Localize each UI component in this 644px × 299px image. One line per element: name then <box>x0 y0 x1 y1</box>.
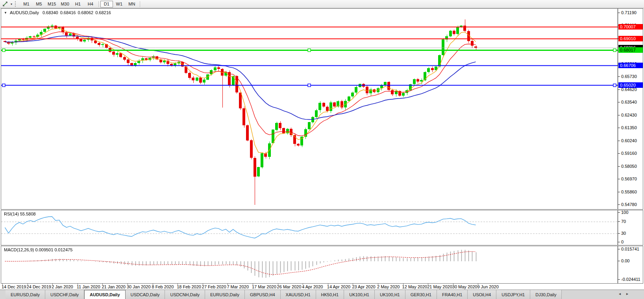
price-line-tag-0.68017[interactable]: 0.68017 <box>618 47 643 53</box>
macd-tick: -0.024411 <box>621 277 640 282</box>
timeframe-button-m1[interactable]: M1 <box>20 1 33 7</box>
toolbar-separator <box>140 1 140 7</box>
macd-axis: 0.0157410.00-0.024411 <box>618 246 643 283</box>
chart-high-value: 0.68416 <box>60 10 76 15</box>
timeframe-button-mn[interactable]: MN <box>126 1 138 7</box>
price-tick: 0.63540 <box>621 100 637 105</box>
chart-tab-fra40-h1[interactable]: FRA40,H1 <box>437 290 468 299</box>
price-tick: 0.58050 <box>621 164 637 169</box>
macd-tick: 0.015741 <box>621 247 639 252</box>
macd-panel[interactable]: MACD(12,26,9) 0.009501 0.012475 0.015741… <box>1 246 643 284</box>
chart-low-value: 0.68062 <box>78 10 93 15</box>
rsi-tick: 70 <box>621 219 626 224</box>
time-label: 14 Apr 2020 <box>327 284 350 289</box>
tool-dropdown-caret[interactable]: ▾ <box>9 2 13 6</box>
time-axis: 14 Dec 201924 Dec 20192 Jan 202011 Jan 2… <box>1 284 643 290</box>
timeframe-button-m5[interactable]: M5 <box>33 1 45 7</box>
toolbar-separator <box>98 1 99 7</box>
rsi-header: RSI(14) 55.5808 <box>4 212 36 216</box>
toolbar-grip <box>15 1 17 7</box>
time-label: 27 Feb 2020 <box>202 284 226 289</box>
time-label: 21 Jan 2020 <box>102 284 126 289</box>
rsi-tick: 0 <box>621 240 624 245</box>
chart-tab-usdjpy-h1[interactable]: USDJPY,H1 <box>496 290 530 299</box>
chart-tab-gbpusd-h4[interactable]: GBPUSD,H4 <box>245 290 281 299</box>
mt4-window: ▾ M1M5M15M30H1H4D1W1MN ▼ AUDUSD,Daily 0.… <box>0 0 644 299</box>
time-label: 17 Mar 2020 <box>252 284 276 289</box>
macd-chart-canvas[interactable] <box>1 246 618 283</box>
price-tick: 0.65730 <box>621 74 637 79</box>
time-label: 2 Jan 2020 <box>52 284 73 289</box>
chart-tab-usdchf-daily[interactable]: USDCHF,Daily <box>45 290 84 299</box>
price-line-tag-0.69010[interactable]: 0.69010 <box>618 36 643 41</box>
price-chart-panel[interactable]: ▼ AUDUSD,Daily 0.68340 0.68416 0.68062 0… <box>1 8 643 210</box>
tab-scroll-left-icon[interactable]: ◂ <box>619 292 621 296</box>
timeframe-button-h1[interactable]: H1 <box>72 1 84 7</box>
price-tick: 0.56970 <box>621 176 637 182</box>
time-label: 12 May 2020 <box>402 284 427 289</box>
price-tick: 0.54780 <box>621 202 637 207</box>
rsi-tick: 100 <box>621 210 628 215</box>
chart-tab-audusd-daily[interactable]: AUDUSD,Daily <box>84 290 125 299</box>
chart-close-value: 0.68216 <box>95 10 111 15</box>
chart-symbol: AUDUSD,Daily <box>10 10 39 15</box>
chart-tab-uk100-h1[interactable]: UK100,H1 <box>344 290 375 299</box>
time-label: 4 Apr 2020 <box>302 284 323 289</box>
time-label: 26 Mar 2020 <box>277 284 302 289</box>
macd-tick: 0.00 <box>621 258 629 264</box>
timeframe-button-m15[interactable]: M15 <box>45 1 58 7</box>
time-label: 30 Jan 2020 <box>127 284 151 289</box>
time-label: 21 May 2020 <box>427 284 452 289</box>
timeframe-button-w1[interactable]: W1 <box>113 1 126 7</box>
price-tick: 0.61350 <box>621 125 637 130</box>
time-label: 2 May 2020 <box>377 284 400 289</box>
macd-header: MACD(12,26,9) 0.009501 0.012475 <box>4 247 72 252</box>
price-tick: 0.59160 <box>621 151 637 156</box>
toolbar: ▾ M1M5M15M30H1H4D1W1MN <box>0 0 644 8</box>
chart-tab-uk100-h1[interactable]: UK100,H1 <box>375 290 405 299</box>
chart-tab-usoil-h4[interactable]: USOil,H4 <box>468 290 496 299</box>
chart-tab-hk50-h1[interactable]: HK50,H1 <box>316 290 344 299</box>
price-tick: 0.55860 <box>621 189 637 195</box>
rsi-chart-canvas[interactable] <box>1 210 618 245</box>
timeframe-button-d1[interactable]: D1 <box>100 1 113 7</box>
chart-tab-dj30-daily[interactable]: DJ30,Daily <box>530 290 562 299</box>
price-axis: 0.711900.701100.690000.679200.668100.657… <box>618 9 643 209</box>
chart-tab-eurusd-daily[interactable]: EURUSD,Daily <box>6 290 45 299</box>
timeframe-buttons: M1M5M15M30H1H4D1W1MN <box>20 1 142 7</box>
chart-title: ▼ AUDUSD,Daily 0.68340 0.68416 0.68062 0… <box>4 10 111 15</box>
rsi-tick: 30 <box>621 231 626 236</box>
rsi-panel[interactable]: RSI(14) 55.5808 10070300 <box>1 210 643 245</box>
chart-tab-ger30-h1[interactable]: GER30,H1 <box>405 290 437 299</box>
time-label: 23 Apr 2020 <box>352 284 375 289</box>
price-line-tag-0.66706[interactable]: 0.66706 <box>618 63 643 68</box>
time-label: 24 Dec 2019 <box>27 284 51 289</box>
price-line-tag-0.65020[interactable]: 0.65020 <box>618 82 643 88</box>
line-studies-icon[interactable] <box>2 1 9 7</box>
timeframe-button-m30[interactable]: M30 <box>58 1 71 7</box>
chart-open-value: 0.68340 <box>43 10 58 15</box>
chart-tab-bar: EURUSD,DailyUSDCHF,DailyAUDUSD,DailyUSDC… <box>0 290 644 299</box>
rsi-axis: 10070300 <box>618 210 643 245</box>
chart-tab-usdcad-daily[interactable]: USDCAD,Daily <box>126 290 165 299</box>
chart-tab-eurusd-daily[interactable]: EURUSD,Daily <box>205 290 245 299</box>
candlestick-chart-canvas[interactable] <box>1 9 618 209</box>
tab-scroll-arrows: ◂ ▸ <box>619 292 628 296</box>
chart-tab-usdcnh-daily[interactable]: USDCNH,Daily <box>165 290 205 299</box>
timeframe-button-h4[interactable]: H4 <box>84 1 97 7</box>
price-tick: 0.62430 <box>621 113 637 118</box>
time-label: 8 Feb 2020 <box>152 284 174 289</box>
time-label: 30 May 2020 <box>452 284 477 289</box>
time-label: 14 Dec 2019 <box>2 284 26 289</box>
time-label: 18 Feb 2020 <box>177 284 201 289</box>
chart-tabs: EURUSD,DailyUSDCHF,DailyAUDUSD,DailyUSDC… <box>6 290 562 299</box>
time-label: 11 Jan 2020 <box>77 284 100 289</box>
price-tick: 0.71190 <box>621 10 637 15</box>
time-label: 7 Mar 2020 <box>227 284 249 289</box>
chart-dropdown-icon[interactable]: ▼ <box>4 11 7 15</box>
price-tick: 0.60240 <box>621 138 637 143</box>
tab-scroll-right-icon[interactable]: ▸ <box>626 292 628 296</box>
price-line-tag-0.70007[interactable]: 0.70007 <box>618 24 643 30</box>
time-label: 9 Jun 2020 <box>477 284 498 289</box>
chart-tab-xauusd-h1[interactable]: XAUUSD,H1 <box>281 290 316 299</box>
